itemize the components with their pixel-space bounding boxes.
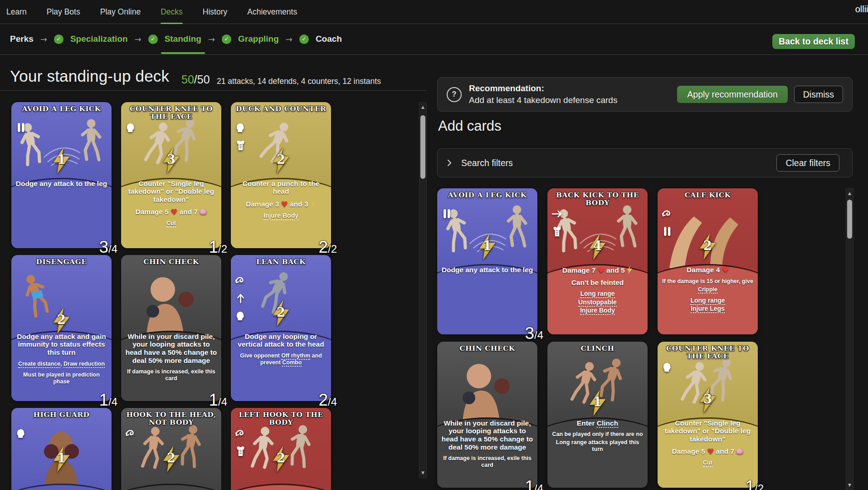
card-hook-to-the-head-not-body[interactable]: HOOK TO THE HEAD, NOT BODY2 <box>121 408 221 490</box>
card-disengage[interactable]: DISENGAGE2Dodge any attack and gain immu… <box>11 255 112 401</box>
head-icon <box>235 310 246 322</box>
heart-icon: ♥ <box>171 207 177 216</box>
card-slot: BACK KICK TO THE BODY4Damage 7 ♥ and 5 C… <box>547 188 648 334</box>
scroll-down-button[interactable]: ▼ <box>419 468 426 477</box>
count-max: /4 <box>108 396 117 408</box>
scroll-thumb[interactable] <box>847 200 852 239</box>
scroll-up-button[interactable]: ▲ <box>846 189 853 198</box>
search-filters-bar[interactable]: Search filters Clear filters <box>437 148 853 177</box>
card-slot: LEAN BACK2Dodge any looping or vertical … <box>231 255 331 401</box>
chevron-right-icon <box>446 159 453 167</box>
count-have: 1 <box>209 391 218 410</box>
apply-recommendation-button[interactable]: Apply recommendation <box>677 86 787 103</box>
back-to-deck-list-button[interactable]: Back to deck list <box>772 34 855 49</box>
card-text: attacks played this turn <box>587 439 639 452</box>
card-text: Injure Legs <box>691 305 725 313</box>
deck-scrollbar[interactable]: ▲ ▼ <box>419 102 427 478</box>
add-cards-title: Add cards <box>438 118 502 134</box>
card-clinch[interactable]: CLINCH1Enter ClinchCan be played only if… <box>547 342 648 488</box>
card-left-hook-to-the-body[interactable]: LEFT HOOK TO THE BODY2 <box>231 408 331 490</box>
card-text-line: Damage 7 ♥ and 5 <box>551 266 644 274</box>
card-slot: LEFT HOOK TO THE BODY2 <box>231 408 331 490</box>
count-have: 1 <box>99 391 108 410</box>
count-max: /4 <box>328 396 337 408</box>
nav-item-decks[interactable]: Decks <box>161 0 183 24</box>
cost-value: 2 <box>699 240 717 252</box>
card-lean-back[interactable]: LEAN BACK2Dodge any looping or vertical … <box>231 255 331 401</box>
cost-bolt: 4 <box>589 234 607 260</box>
card-duck-and-counter[interactable]: DUCK AND COUNTER2Counter a punch to the … <box>231 102 331 248</box>
breadcrumb-step-specialization[interactable]: Specialization <box>70 34 128 44</box>
card-icons <box>125 428 137 439</box>
card-text: Can be played only if there are no <box>552 431 643 437</box>
arrow-separator: → <box>135 34 141 44</box>
nav-item-play-online[interactable]: Play Online <box>100 0 141 24</box>
pool-card-grid: AVOID A LEG KICK1Dodge any attack to the… <box>437 188 758 488</box>
card-text: Cut <box>703 460 712 467</box>
card-count: 2/2 <box>318 238 337 257</box>
card-slot: CHIN CHECKWhile in your discard pile, yo… <box>121 255 221 401</box>
card-text: and 3 <box>288 200 310 208</box>
card-chin-check[interactable]: CHIN CHECKWhile in your discard pile, yo… <box>437 342 537 488</box>
card-text-line: While in your discard pile, your looping… <box>441 419 533 451</box>
deck-count-max: /50 <box>194 73 210 86</box>
nav-item-achievements[interactable]: Achievements <box>247 0 297 24</box>
cost-bolt: 1 <box>478 234 497 260</box>
card-counter-knee-to-the-face[interactable]: COUNTER KNEE TO THE FACE3Counter "Single… <box>658 342 758 488</box>
count-have: 2 <box>318 391 328 410</box>
card-calf-kick[interactable]: CALF KICK2Damage 4 ♥If the damage is 15 … <box>658 188 758 334</box>
nav-item-play-bots[interactable]: Play Bots <box>47 0 80 24</box>
nav-item-learn[interactable]: Learn <box>6 0 27 24</box>
card-text-line: If the damage is 15 or higher, give <box>662 278 754 285</box>
card-icons <box>235 122 246 151</box>
card-text: Unstoppable <box>578 299 617 307</box>
username[interactable]: olliii <box>855 4 868 15</box>
dismiss-button[interactable]: Dismiss <box>794 86 843 103</box>
count-max: /4 <box>534 482 543 490</box>
card-text-line: Injure Body <box>551 307 644 314</box>
nav-items: LearnPlay BotsPlay OnlineDecksHistoryAch… <box>6 0 297 24</box>
card-text: Long range <box>556 439 587 446</box>
cost-value: 1 <box>53 452 71 464</box>
card-text: Damage 4 <box>687 266 722 274</box>
cost-value: 2 <box>272 153 290 166</box>
card-text: Cripple <box>698 286 717 294</box>
breadcrumb-step-perks[interactable]: Perks <box>10 34 34 44</box>
loop-icon <box>662 208 673 220</box>
card-text-line: Damage 4 ♥ <box>662 266 754 274</box>
help-icon: ? <box>447 87 462 102</box>
card-high-guard[interactable]: HIGH GUARD1 <box>11 408 112 490</box>
breadcrumb-step-grappling[interactable]: Grappling <box>238 34 279 44</box>
scroll-up-button[interactable]: ▲ <box>419 103 426 112</box>
nav-item-history[interactable]: History <box>203 0 227 24</box>
loop-icon <box>235 275 246 286</box>
card-back-kick-to-the-body[interactable]: BACK KICK TO THE BODY4Damage 7 ♥ and 5 C… <box>547 188 648 334</box>
breadcrumb-step-standing[interactable]: Standing <box>165 34 201 44</box>
card-text: If the damage is 15 or higher, give <box>662 278 753 284</box>
divider <box>0 90 427 91</box>
clear-filters-button[interactable]: Clear filters <box>776 154 839 172</box>
card-body: Damage 4 ♥If the damage is 15 or higher,… <box>662 266 754 313</box>
card-text-line: Long range <box>662 297 754 304</box>
scroll-down-button[interactable]: ▼ <box>846 480 853 490</box>
card-text: Damage 5 <box>136 208 171 216</box>
card-text: Can't be feinted <box>571 279 624 286</box>
cost-value: 2 <box>272 306 290 318</box>
card-title: AVOID A LEG KICK <box>15 105 108 113</box>
card-avoid-a-leg-kick[interactable]: AVOID A LEG KICK1Dodge any attack to the… <box>437 188 537 334</box>
loop-icon <box>125 428 137 439</box>
cost-bolt: 1 <box>53 147 71 174</box>
cost-bolt: 2 <box>699 234 717 260</box>
count-have: 3 <box>99 238 108 257</box>
card-count: 1/2 <box>745 477 764 490</box>
card-avoid-a-leg-kick[interactable]: AVOID A LEG KICK1Dodge any attack to the… <box>11 102 112 248</box>
card-icons <box>662 362 673 373</box>
card-chin-check[interactable]: CHIN CHECKWhile in your discard pile, yo… <box>121 255 221 401</box>
pool-scrollbar[interactable]: ▲ ▼ <box>846 188 853 490</box>
scroll-thumb[interactable] <box>420 115 425 179</box>
card-body: Counter a punch to the headDamage 3 ♥ an… <box>235 180 327 220</box>
breadcrumb-step-coach[interactable]: Coach <box>316 34 342 44</box>
card-counter-knee-to-the-face[interactable]: COUNTER KNEE TO THE FACE3Counter "Single… <box>121 102 221 248</box>
card-art <box>121 267 221 335</box>
card-body: While in your discard pile, your looping… <box>125 333 217 382</box>
